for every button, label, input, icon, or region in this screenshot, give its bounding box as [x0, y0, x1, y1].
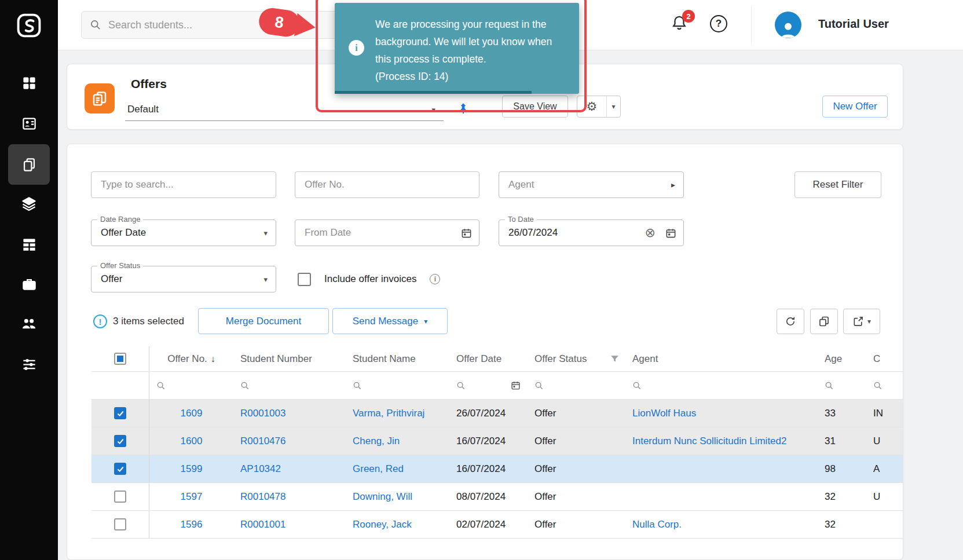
- view-selector[interactable]: Default ▾: [125, 100, 444, 121]
- include-invoices-checkbox[interactable]: [298, 273, 311, 286]
- filter-offer-date[interactable]: [449, 372, 528, 399]
- send-message-button[interactable]: Send Message ▾: [332, 308, 448, 334]
- age-cell: 32: [818, 483, 866, 510]
- date-range-value: Offer Date: [101, 227, 146, 239]
- filter-student-number[interactable]: [233, 372, 346, 399]
- table-row[interactable]: 1609 R0001003 Varma, Prithviraj 26/07/20…: [91, 400, 903, 427]
- offer-status-cell: Offer: [528, 400, 625, 427]
- chevron-down-icon: ▾: [263, 229, 268, 237]
- offer-status-select[interactable]: Offer Status Offer ▾: [91, 266, 276, 292]
- new-offer-button[interactable]: New Offer: [822, 96, 888, 118]
- column-header-agent[interactable]: Agent: [625, 346, 818, 371]
- offer-status-cell: Offer: [528, 455, 625, 482]
- row-checkbox[interactable]: [114, 491, 126, 503]
- student-name-link[interactable]: Cheng, Jin: [346, 427, 449, 455]
- sidebar-item-dashboard[interactable]: [0, 63, 58, 103]
- age-cell: 32: [818, 511, 866, 538]
- row-checkbox[interactable]: [114, 407, 126, 419]
- user-avatar[interactable]: [775, 12, 801, 38]
- column-header-offer-date[interactable]: Offer Date: [449, 346, 528, 371]
- offer-no-input[interactable]: [295, 171, 479, 198]
- student-number-link[interactable]: R0010478: [233, 483, 346, 510]
- table-row[interactable]: 1596 R0001001 Rooney, Jack 02/07/2024 Of…: [91, 511, 903, 539]
- filter-offer-no[interactable]: [149, 372, 233, 399]
- offer-date-cell: 26/07/2024: [449, 400, 528, 427]
- sidebar-item-tables[interactable]: [0, 224, 58, 264]
- offer-no-link[interactable]: 1596: [149, 511, 233, 538]
- app-logo[interactable]: [0, 0, 58, 50]
- sidebar-item-agents[interactable]: [0, 303, 58, 344]
- from-date-field[interactable]: From Date: [295, 219, 479, 246]
- filter-agent[interactable]: [625, 372, 818, 399]
- reset-filter-button[interactable]: Reset Filter: [794, 171, 881, 198]
- sidebar-item-contacts[interactable]: [0, 103, 58, 144]
- offer-status-cell: Offer: [528, 427, 625, 455]
- gear-button[interactable]: ⚙: [577, 96, 606, 117]
- column-header-age[interactable]: Age: [818, 346, 866, 371]
- table-row[interactable]: 1599 AP10342 Green, Red 16/07/2024 Offer…: [91, 455, 903, 483]
- filter-country[interactable]: [866, 372, 903, 399]
- student-number-link[interactable]: R0001001: [233, 511, 346, 538]
- student-number-link[interactable]: R0010476: [233, 427, 346, 455]
- toast-notification[interactable]: i We are processing your request in the …: [335, 3, 579, 94]
- student-number-link[interactable]: R0001003: [233, 400, 346, 427]
- gear-dropdown-button[interactable]: ▾: [606, 96, 620, 117]
- offer-date-cell: 16/07/2024: [449, 455, 528, 482]
- student-name-link[interactable]: Rooney, Jack: [346, 511, 449, 538]
- offer-no-link[interactable]: 1597: [149, 483, 233, 510]
- pin-view-button[interactable]: [453, 98, 474, 119]
- filter-funnel-icon[interactable]: [610, 354, 620, 364]
- filter-age[interactable]: [818, 372, 866, 399]
- offers-table: Offer No. ↓ Student Number Student Name …: [91, 346, 903, 539]
- sidebar-item-education[interactable]: [0, 184, 58, 224]
- to-date-field[interactable]: To Date 26/07/2024 ⊗: [499, 219, 684, 246]
- copy-button[interactable]: [810, 309, 838, 334]
- to-date-label: To Date: [505, 215, 537, 224]
- agent-link[interactable]: Nulla Corp.: [625, 511, 818, 538]
- offer-no-link[interactable]: 1609: [149, 400, 233, 427]
- notification-badge: 2: [682, 10, 695, 23]
- column-header-country[interactable]: C: [866, 346, 903, 371]
- row-checkbox[interactable]: [114, 435, 126, 447]
- date-range-select[interactable]: Date Range Offer Date ▾: [91, 219, 276, 246]
- student-name-link[interactable]: Green, Red: [346, 455, 449, 482]
- row-checkbox[interactable]: [114, 518, 126, 530]
- export-button[interactable]: ▾: [843, 309, 880, 334]
- select-all-checkbox[interactable]: [114, 353, 126, 365]
- agent-link[interactable]: [625, 455, 818, 482]
- clear-icon[interactable]: ⊗: [645, 226, 656, 239]
- row-checkbox[interactable]: [114, 463, 126, 475]
- student-number-link[interactable]: AP10342: [233, 455, 346, 482]
- agent-link[interactable]: [625, 483, 818, 510]
- help-button[interactable]: ?: [710, 15, 727, 32]
- table-row[interactable]: 1597 R0010478 Downing, Will 08/07/2024 O…: [91, 483, 903, 511]
- search-icon: [90, 19, 101, 31]
- merge-document-button[interactable]: Merge Document: [198, 308, 329, 334]
- refresh-button[interactable]: [777, 309, 804, 334]
- calendar-icon[interactable]: [511, 380, 521, 390]
- text-search-input[interactable]: [91, 171, 276, 198]
- column-header-offer-status[interactable]: Offer Status: [528, 346, 625, 371]
- agent-filter[interactable]: Agent ▸: [499, 171, 684, 198]
- table-row[interactable]: 1600 R0010476 Cheng, Jin 16/07/2024 Offe…: [91, 427, 903, 455]
- filter-offer-status[interactable]: [528, 372, 625, 399]
- agent-link[interactable]: Interdum Nunc Sollicitudin Limited2: [625, 427, 818, 455]
- offer-no-link[interactable]: 1600: [149, 427, 233, 455]
- student-name-link[interactable]: Downing, Will: [346, 483, 449, 510]
- calendar-icon[interactable]: [665, 228, 676, 239]
- student-name-link[interactable]: Varma, Prithviraj: [346, 400, 449, 427]
- save-view-button[interactable]: Save View: [502, 96, 568, 118]
- selection-count: 3 items selected: [113, 316, 184, 327]
- agent-link[interactable]: LionWolf Haus: [625, 400, 818, 427]
- offer-no-link[interactable]: 1599: [149, 455, 233, 482]
- age-cell: 98: [818, 455, 866, 482]
- filter-student-name[interactable]: [346, 372, 449, 399]
- sidebar-item-offers[interactable]: [0, 144, 58, 185]
- column-header-student-number[interactable]: Student Number: [233, 346, 346, 371]
- sidebar-item-services[interactable]: [0, 263, 58, 304]
- calendar-icon[interactable]: [461, 228, 472, 239]
- column-header-offer-no[interactable]: Offer No. ↓: [149, 346, 233, 371]
- notifications-button[interactable]: 2: [671, 14, 690, 34]
- column-header-student-name[interactable]: Student Name: [346, 346, 449, 371]
- sidebar-item-settings[interactable]: [0, 344, 58, 385]
